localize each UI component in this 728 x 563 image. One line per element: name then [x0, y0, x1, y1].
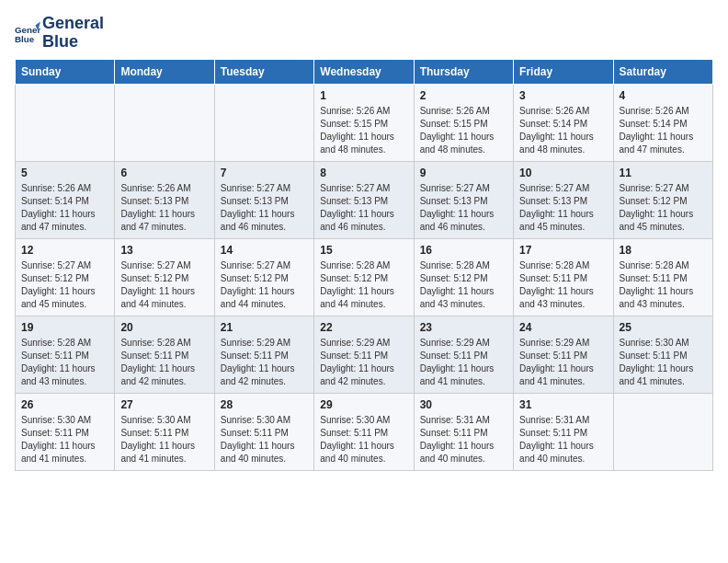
day-info: Sunrise: 5:27 AM Sunset: 5:12 PM Dayligh… — [21, 259, 108, 311]
calendar-cell: 22Sunrise: 5:29 AM Sunset: 5:11 PM Dayli… — [314, 316, 414, 393]
day-info: Sunrise: 5:29 AM Sunset: 5:11 PM Dayligh… — [320, 337, 407, 388]
day-number: 5 — [21, 167, 108, 179]
svg-text:Blue: Blue — [15, 34, 35, 44]
day-info: Sunrise: 5:31 AM Sunset: 5:11 PM Dayligh… — [420, 414, 507, 465]
calendar-cell: 17Sunrise: 5:28 AM Sunset: 5:11 PM Dayli… — [514, 238, 613, 316]
calendar-cell — [115, 84, 214, 161]
day-number: 6 — [120, 167, 208, 179]
day-number: 20 — [120, 321, 208, 334]
calendar-cell: 25Sunrise: 5:30 AM Sunset: 5:11 PM Dayli… — [613, 316, 712, 393]
day-info: Sunrise: 5:28 AM Sunset: 5:12 PM Dayligh… — [420, 259, 507, 311]
day-number: 21 — [221, 321, 308, 334]
calendar-cell: 20Sunrise: 5:28 AM Sunset: 5:11 PM Dayli… — [115, 316, 214, 393]
day-info: Sunrise: 5:30 AM Sunset: 5:11 PM Dayligh… — [21, 414, 108, 465]
calendar-cell: 27Sunrise: 5:30 AM Sunset: 5:11 PM Dayli… — [115, 393, 214, 470]
calendar-cell: 8Sunrise: 5:27 AM Sunset: 5:13 PM Daylig… — [314, 161, 414, 238]
calendar-table: SundayMondayTuesdayWednesdayThursdayFrid… — [15, 59, 713, 471]
calendar-cell: 18Sunrise: 5:28 AM Sunset: 5:11 PM Dayli… — [613, 238, 712, 316]
calendar-cell: 2Sunrise: 5:26 AM Sunset: 5:15 PM Daylig… — [414, 84, 513, 161]
day-header-monday: Monday — [115, 59, 214, 84]
day-header-tuesday: Tuesday — [214, 59, 313, 84]
calendar-cell — [613, 393, 712, 470]
calendar-cell — [16, 84, 115, 161]
calendar-cell: 6Sunrise: 5:26 AM Sunset: 5:13 PM Daylig… — [115, 161, 214, 238]
day-number: 4 — [620, 89, 707, 102]
day-info: Sunrise: 5:29 AM Sunset: 5:11 PM Dayligh… — [420, 337, 507, 388]
calendar-cell: 29Sunrise: 5:30 AM Sunset: 5:11 PM Dayli… — [314, 393, 414, 470]
calendar-week-row: 5Sunrise: 5:26 AM Sunset: 5:14 PM Daylig… — [16, 161, 713, 238]
day-number: 12 — [21, 244, 108, 257]
day-info: Sunrise: 5:31 AM Sunset: 5:11 PM Dayligh… — [519, 414, 607, 465]
calendar-cell: 21Sunrise: 5:29 AM Sunset: 5:11 PM Dayli… — [214, 316, 313, 393]
day-number: 7 — [221, 167, 308, 179]
day-number: 10 — [519, 167, 607, 179]
calendar-cell: 3Sunrise: 5:26 AM Sunset: 5:14 PM Daylig… — [514, 84, 613, 161]
day-info: Sunrise: 5:30 AM Sunset: 5:11 PM Dayligh… — [620, 337, 707, 388]
day-info: Sunrise: 5:30 AM Sunset: 5:11 PM Dayligh… — [120, 414, 208, 465]
day-info: Sunrise: 5:26 AM Sunset: 5:14 PM Dayligh… — [21, 182, 108, 234]
calendar-week-row: 1Sunrise: 5:26 AM Sunset: 5:15 PM Daylig… — [16, 84, 713, 161]
day-info: Sunrise: 5:27 AM Sunset: 5:13 PM Dayligh… — [221, 182, 308, 234]
calendar-cell: 26Sunrise: 5:30 AM Sunset: 5:11 PM Dayli… — [16, 393, 115, 470]
day-number: 25 — [620, 321, 707, 334]
day-info: Sunrise: 5:26 AM Sunset: 5:15 PM Dayligh… — [420, 105, 507, 156]
calendar-cell — [214, 84, 313, 161]
day-number: 24 — [519, 321, 607, 334]
page-header: General Blue General Blue — [15, 15, 713, 52]
calendar-cell: 14Sunrise: 5:27 AM Sunset: 5:12 PM Dayli… — [214, 238, 313, 316]
day-number: 19 — [21, 321, 108, 334]
day-number: 28 — [221, 398, 308, 411]
calendar-week-row: 19Sunrise: 5:28 AM Sunset: 5:11 PM Dayli… — [16, 316, 713, 393]
day-number: 18 — [620, 244, 707, 257]
calendar-cell: 7Sunrise: 5:27 AM Sunset: 5:13 PM Daylig… — [214, 161, 313, 238]
day-info: Sunrise: 5:27 AM Sunset: 5:13 PM Dayligh… — [320, 182, 407, 234]
calendar-cell: 31Sunrise: 5:31 AM Sunset: 5:11 PM Dayli… — [514, 393, 613, 470]
calendar-week-row: 12Sunrise: 5:27 AM Sunset: 5:12 PM Dayli… — [16, 238, 713, 316]
logo: General Blue General Blue — [15, 15, 104, 52]
calendar-cell: 13Sunrise: 5:27 AM Sunset: 5:12 PM Dayli… — [115, 238, 214, 316]
day-info: Sunrise: 5:29 AM Sunset: 5:11 PM Dayligh… — [519, 337, 607, 388]
day-number: 9 — [420, 167, 507, 179]
calendar-cell: 16Sunrise: 5:28 AM Sunset: 5:12 PM Dayli… — [414, 238, 513, 316]
day-number: 22 — [320, 321, 407, 334]
day-info: Sunrise: 5:28 AM Sunset: 5:12 PM Dayligh… — [320, 259, 407, 311]
day-info: Sunrise: 5:28 AM Sunset: 5:11 PM Dayligh… — [519, 259, 607, 311]
calendar-cell: 5Sunrise: 5:26 AM Sunset: 5:14 PM Daylig… — [16, 161, 115, 238]
day-number: 8 — [320, 167, 407, 179]
day-info: Sunrise: 5:27 AM Sunset: 5:13 PM Dayligh… — [420, 182, 507, 234]
day-number: 11 — [620, 167, 707, 179]
day-info: Sunrise: 5:30 AM Sunset: 5:11 PM Dayligh… — [320, 414, 407, 465]
day-info: Sunrise: 5:26 AM Sunset: 5:15 PM Dayligh… — [320, 105, 407, 156]
day-number: 3 — [519, 89, 607, 102]
day-info: Sunrise: 5:27 AM Sunset: 5:13 PM Dayligh… — [519, 182, 607, 234]
day-number: 29 — [320, 398, 407, 411]
calendar-cell: 30Sunrise: 5:31 AM Sunset: 5:11 PM Dayli… — [414, 393, 513, 470]
day-number: 16 — [420, 244, 507, 257]
day-number: 14 — [221, 244, 308, 257]
day-header-friday: Friday — [514, 59, 613, 84]
day-number: 13 — [120, 244, 208, 257]
day-number: 2 — [420, 89, 507, 102]
calendar-cell: 19Sunrise: 5:28 AM Sunset: 5:11 PM Dayli… — [16, 316, 115, 393]
calendar-cell: 12Sunrise: 5:27 AM Sunset: 5:12 PM Dayli… — [16, 238, 115, 316]
day-info: Sunrise: 5:28 AM Sunset: 5:11 PM Dayligh… — [21, 337, 108, 388]
day-header-saturday: Saturday — [613, 59, 712, 84]
day-info: Sunrise: 5:27 AM Sunset: 5:12 PM Dayligh… — [221, 259, 308, 311]
day-header-wednesday: Wednesday — [314, 59, 414, 84]
day-number: 31 — [519, 398, 607, 411]
day-info: Sunrise: 5:29 AM Sunset: 5:11 PM Dayligh… — [221, 337, 308, 388]
day-info: Sunrise: 5:27 AM Sunset: 5:12 PM Dayligh… — [120, 259, 208, 311]
day-header-thursday: Thursday — [414, 59, 513, 84]
calendar-cell: 9Sunrise: 5:27 AM Sunset: 5:13 PM Daylig… — [414, 161, 513, 238]
day-info: Sunrise: 5:26 AM Sunset: 5:13 PM Dayligh… — [120, 182, 208, 234]
calendar-header-row: SundayMondayTuesdayWednesdayThursdayFrid… — [16, 59, 713, 84]
day-info: Sunrise: 5:26 AM Sunset: 5:14 PM Dayligh… — [620, 105, 707, 156]
day-number: 30 — [420, 398, 507, 411]
day-info: Sunrise: 5:28 AM Sunset: 5:11 PM Dayligh… — [120, 337, 208, 388]
day-number: 27 — [120, 398, 208, 411]
calendar-cell: 15Sunrise: 5:28 AM Sunset: 5:12 PM Dayli… — [314, 238, 414, 316]
calendar-cell: 28Sunrise: 5:30 AM Sunset: 5:11 PM Dayli… — [214, 393, 313, 470]
day-number: 1 — [320, 89, 407, 102]
day-number: 26 — [21, 398, 108, 411]
calendar-cell: 24Sunrise: 5:29 AM Sunset: 5:11 PM Dayli… — [514, 316, 613, 393]
